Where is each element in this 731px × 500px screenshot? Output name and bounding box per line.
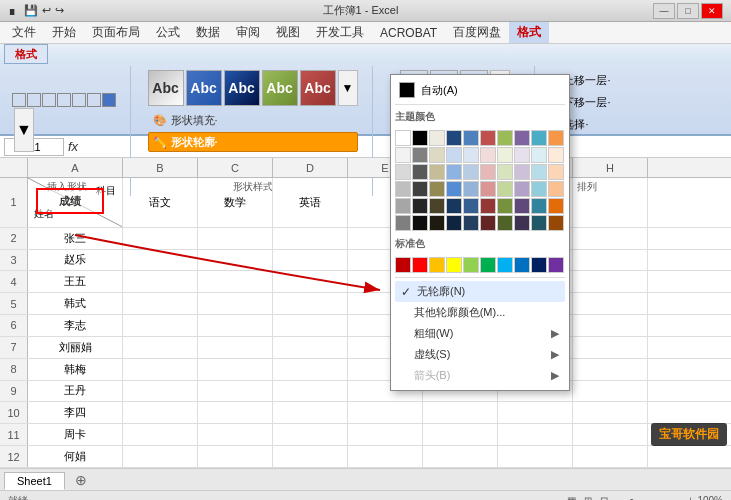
abc-expand-btn[interactable]: ▼: [338, 70, 358, 106]
cell-A9[interactable]: 王丹: [28, 381, 123, 402]
color-swatch[interactable]: [463, 181, 479, 197]
shape-outline-btn[interactable]: ✏️ 形状轮廓·: [148, 132, 358, 152]
color-swatch[interactable]: [531, 198, 547, 214]
cell-B3[interactable]: [123, 250, 198, 271]
auto-color-row[interactable]: 自动(A): [395, 79, 565, 101]
color-swatch[interactable]: [531, 130, 547, 146]
color-swatch[interactable]: [514, 130, 530, 146]
cell-D12[interactable]: [273, 446, 348, 467]
cell-C10[interactable]: [198, 402, 273, 423]
color-swatch[interactable]: [463, 257, 479, 273]
color-swatch[interactable]: [429, 215, 445, 231]
cell-C6[interactable]: [198, 315, 273, 336]
header-cell-A1[interactable]: 科目 姓名 成绩: [28, 178, 123, 227]
cell-H1[interactable]: [573, 178, 648, 227]
color-swatch[interactable]: [548, 164, 564, 180]
color-swatch[interactable]: [429, 164, 445, 180]
cell-H9[interactable]: [573, 381, 648, 402]
color-swatch[interactable]: [548, 215, 564, 231]
cell-A11[interactable]: 周卡: [28, 424, 123, 445]
cell-B11[interactable]: [123, 424, 198, 445]
color-swatch[interactable]: [480, 147, 496, 163]
cell-D1[interactable]: 英语: [273, 178, 348, 227]
color-swatch[interactable]: [548, 257, 564, 273]
cell-D5[interactable]: [273, 293, 348, 314]
color-swatch[interactable]: [429, 147, 445, 163]
abc-style-3[interactable]: Abc: [224, 70, 260, 106]
color-swatch[interactable]: [412, 147, 428, 163]
menu-review[interactable]: 审阅: [228, 22, 268, 43]
cell-D3[interactable]: [273, 250, 348, 271]
shape-icon-1[interactable]: [12, 93, 26, 107]
color-swatch[interactable]: [514, 215, 530, 231]
shape-icon-5[interactable]: [72, 93, 86, 107]
color-swatch[interactable]: [514, 181, 530, 197]
sheet-tab-add[interactable]: ⊕: [67, 470, 95, 490]
cell-D6[interactable]: [273, 315, 348, 336]
ribbon-tab-format[interactable]: 格式: [4, 44, 48, 64]
color-swatch[interactable]: [446, 130, 462, 146]
shape-expand-btn[interactable]: ▼: [14, 108, 34, 152]
cell-D10[interactable]: [273, 402, 348, 423]
col-header-H[interactable]: H: [573, 158, 648, 177]
cell-C1[interactable]: 数学: [198, 178, 273, 227]
cell-H12[interactable]: [573, 446, 648, 467]
color-swatch[interactable]: [412, 215, 428, 231]
color-swatch[interactable]: [480, 130, 496, 146]
color-swatch[interactable]: [446, 181, 462, 197]
color-swatch[interactable]: [446, 198, 462, 214]
color-swatch[interactable]: [548, 147, 564, 163]
cell-D4[interactable]: [273, 271, 348, 292]
shape-icon-3[interactable]: [42, 93, 56, 107]
cell-D7[interactable]: [273, 337, 348, 358]
cell-A8[interactable]: 韩梅: [28, 359, 123, 380]
col-header-B[interactable]: B: [123, 158, 198, 177]
zoom-slider[interactable]: — ●————— +: [616, 495, 693, 500]
cell-H10[interactable]: [573, 402, 648, 423]
color-swatch[interactable]: [480, 257, 496, 273]
menu-data[interactable]: 数据: [188, 22, 228, 43]
cell-H2[interactable]: [573, 228, 648, 249]
cell-G11[interactable]: [498, 424, 573, 445]
color-swatch[interactable]: [548, 198, 564, 214]
cell-A6[interactable]: 李志: [28, 315, 123, 336]
cell-B8[interactable]: [123, 359, 198, 380]
menu-start[interactable]: 开始: [44, 22, 84, 43]
view-page-btn[interactable]: ⊞: [584, 495, 592, 500]
cell-H4[interactable]: [573, 271, 648, 292]
color-swatch[interactable]: [548, 130, 564, 146]
cell-B2[interactable]: [123, 228, 198, 249]
shape-icon-6[interactable]: [87, 93, 101, 107]
color-swatch[interactable]: [531, 164, 547, 180]
cell-C4[interactable]: [198, 271, 273, 292]
abc-style-2[interactable]: Abc: [186, 70, 222, 106]
cell-C12[interactable]: [198, 446, 273, 467]
cell-A10[interactable]: 李四: [28, 402, 123, 423]
cell-A5[interactable]: 韩式: [28, 293, 123, 314]
quick-access-redo[interactable]: ↪: [55, 4, 64, 17]
cell-C11[interactable]: [198, 424, 273, 445]
col-header-D[interactable]: D: [273, 158, 348, 177]
cell-E11[interactable]: [348, 424, 423, 445]
shape-icon-2[interactable]: [27, 93, 41, 107]
menu-acrobat[interactable]: ACROBAT: [372, 24, 445, 42]
color-swatch[interactable]: [497, 147, 513, 163]
cell-H5[interactable]: [573, 293, 648, 314]
color-swatch[interactable]: [480, 198, 496, 214]
cell-C9[interactable]: [198, 381, 273, 402]
color-swatch[interactable]: [514, 164, 530, 180]
color-swatch[interactable]: [429, 181, 445, 197]
cell-C2[interactable]: [198, 228, 273, 249]
color-swatch[interactable]: [412, 130, 428, 146]
cell-F12[interactable]: [423, 446, 498, 467]
maximize-button[interactable]: □: [677, 3, 699, 19]
cell-A12[interactable]: 何娟: [28, 446, 123, 467]
color-swatch[interactable]: [480, 181, 496, 197]
cell-C8[interactable]: [198, 359, 273, 380]
color-swatch[interactable]: [446, 257, 462, 273]
cell-B1[interactable]: 语文: [123, 178, 198, 227]
cell-A7[interactable]: 刘丽娟: [28, 337, 123, 358]
cell-B10[interactable]: [123, 402, 198, 423]
color-swatch[interactable]: [463, 198, 479, 214]
close-button[interactable]: ✕: [701, 3, 723, 19]
